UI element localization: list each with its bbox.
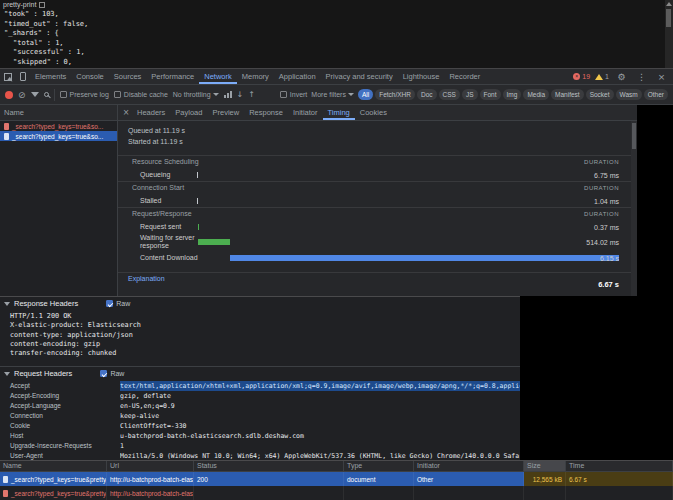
network-conditions-icon[interactable] xyxy=(224,91,232,98)
request-header-row: User-AgentMozilla/5.0 (Windows NT 10.0; … xyxy=(0,451,520,460)
explanation-link[interactable]: Explanation xyxy=(128,275,165,282)
devtools-tab-privacy-and-security[interactable]: Privacy and security xyxy=(321,69,398,84)
devtools-tab-memory[interactable]: Memory xyxy=(237,69,274,84)
throttling-value: No throttling xyxy=(173,91,211,98)
network-request-row[interactable]: _search?typed_keys=true&pretty...http://… xyxy=(0,486,673,500)
filter-pill-img[interactable]: Img xyxy=(503,89,522,100)
close-detail-icon[interactable]: × xyxy=(120,105,132,120)
detail-tab-initiator[interactable]: Initiator xyxy=(288,105,323,120)
close-devtools-icon[interactable]: × xyxy=(654,72,669,82)
page-scrollbar[interactable] xyxy=(665,0,673,68)
request-list-item[interactable]: _search?typed_keys=true&so... xyxy=(0,131,117,141)
filter-icon[interactable] xyxy=(31,92,39,97)
pretty-print-toggle[interactable]: pretty-print xyxy=(3,1,45,8)
disable-cache-checkbox[interactable] xyxy=(114,91,121,98)
devtools-tab-elements[interactable]: Elements xyxy=(30,69,71,84)
device-toolbar-icon[interactable] xyxy=(15,69,30,84)
response-raw-toggle[interactable]: Raw xyxy=(106,300,130,307)
pretty-print-checkbox[interactable] xyxy=(39,2,45,8)
detail-tab-headers[interactable]: Headers xyxy=(132,105,170,120)
export-har-icon[interactable]: ↑ xyxy=(248,90,255,99)
preserve-log-checkbox[interactable] xyxy=(60,91,67,98)
filter-pill-css[interactable]: CSS xyxy=(439,89,460,100)
raw-checkbox[interactable] xyxy=(106,300,113,307)
network-request-row[interactable]: _search?typed_keys=true&pretty...http://… xyxy=(0,472,673,486)
column-header-status[interactable]: Status xyxy=(194,461,344,471)
header-value: gzip, deflate xyxy=(120,391,520,401)
request-list: _search?typed_keys=true&so..._search?typ… xyxy=(0,121,117,141)
warning-count: 1 xyxy=(605,73,609,80)
cell-time xyxy=(566,486,673,500)
cell-initiator xyxy=(414,486,524,500)
header-name: Cookie xyxy=(0,421,120,431)
document-icon xyxy=(3,476,8,483)
column-header-url[interactable]: Url xyxy=(107,461,194,471)
record-network-log-icon[interactable] xyxy=(5,91,13,99)
timing-sections: Resource SchedulingDURATIONQueueing6.75 … xyxy=(118,155,637,264)
filter-pill-wasm[interactable]: Wasm xyxy=(616,89,642,100)
filter-pill-all[interactable]: All xyxy=(358,89,373,100)
devtools-tab-performance[interactable]: Performance xyxy=(146,69,199,84)
raw-checkbox[interactable] xyxy=(100,370,107,377)
resource-type-filters: AllFetch/XHRDocCSSJSFontImgMediaManifest… xyxy=(358,89,668,100)
detail-tab-cookies[interactable]: Cookies xyxy=(355,105,392,120)
preserve-log-toggle[interactable]: Preserve log xyxy=(60,91,109,98)
detail-tab-payload[interactable]: Payload xyxy=(170,105,207,120)
request-list-item[interactable]: _search?typed_keys=true&so... xyxy=(0,121,117,131)
invert-checkbox[interactable] xyxy=(280,91,287,98)
filter-pill-fetch-xhr[interactable]: Fetch/XHR xyxy=(375,89,415,100)
search-icon[interactable] xyxy=(44,92,49,97)
timing-tab-content: Queued at 11.19 s Started at 11.19 s Res… xyxy=(118,121,637,296)
document-icon xyxy=(4,133,9,140)
detail-tab-timing[interactable]: Timing xyxy=(323,105,355,120)
clear-network-log-icon[interactable]: ⊘ xyxy=(18,90,26,100)
disclosure-triangle-icon[interactable] xyxy=(4,372,10,376)
filter-pill-socket[interactable]: Socket xyxy=(586,89,614,100)
request-headers-section: Request Headers Raw Accepttext/html,appl… xyxy=(0,366,520,460)
console-error-badge[interactable]: × 19 xyxy=(573,73,590,80)
disable-cache-toggle[interactable]: Disable cache xyxy=(114,91,168,98)
response-headers-raw-text: HTTP/1.1 200 OKX-elastic-product: Elasti… xyxy=(0,310,520,358)
column-header-time[interactable]: Time xyxy=(566,461,673,471)
devtools-tab-console[interactable]: Console xyxy=(71,69,109,84)
filter-pill-manifest[interactable]: Manifest xyxy=(551,89,584,100)
scrollbar-thumb[interactable] xyxy=(632,123,636,149)
detail-tab-preview[interactable]: Preview xyxy=(207,105,244,120)
devtools-tab-network[interactable]: Network xyxy=(199,69,237,84)
detail-tab-response[interactable]: Response xyxy=(244,105,288,120)
throttling-dropdown[interactable]: No throttling xyxy=(173,91,219,98)
request-headers-title[interactable]: Request Headers xyxy=(14,369,72,378)
devtools-tab-application[interactable]: Application xyxy=(274,69,321,84)
devtools-tab-sources[interactable]: Sources xyxy=(109,69,147,84)
filter-pill-js[interactable]: JS xyxy=(462,89,478,100)
timing-section-label: Resource Scheduling xyxy=(132,158,199,165)
column-header-type[interactable]: Type xyxy=(344,461,414,471)
more-filters-dropdown[interactable]: More filters xyxy=(311,91,354,98)
scroll-up-arrow-icon[interactable] xyxy=(666,2,672,6)
scrollbar-thumb[interactable] xyxy=(666,9,671,27)
devtools-tab-lighthouse[interactable]: Lighthouse xyxy=(398,69,445,84)
column-header-size[interactable]: Size xyxy=(524,461,566,471)
timing-duration-value: 6.15 s xyxy=(600,254,619,261)
disclosure-triangle-icon[interactable] xyxy=(4,302,10,306)
inspect-element-icon[interactable] xyxy=(0,69,15,84)
filter-pill-doc[interactable]: Doc xyxy=(417,89,437,100)
filter-pill-other[interactable]: Other xyxy=(644,89,668,100)
settings-gear-icon[interactable]: ⚙ xyxy=(614,72,629,82)
filter-pill-font[interactable]: Font xyxy=(480,89,501,100)
column-header-name[interactable]: Name xyxy=(0,461,107,471)
devtools-tabbar-right: × 19 1 ⚙ ⋮ × xyxy=(573,69,673,84)
console-warning-badge[interactable]: 1 xyxy=(595,73,609,80)
filter-pill-media[interactable]: Media xyxy=(523,89,549,100)
chevron-down-icon xyxy=(348,93,354,96)
response-headers-section: Response Headers Raw HTTP/1.1 200 OKX-el… xyxy=(0,296,520,366)
devtools-tab-recorder[interactable]: Recorder xyxy=(444,69,485,84)
request-raw-toggle[interactable]: Raw xyxy=(100,370,124,377)
invert-filter-toggle[interactable]: Invert xyxy=(280,91,308,98)
response-headers-title[interactable]: Response Headers xyxy=(14,299,78,308)
column-header-initiator[interactable]: Initiator xyxy=(414,461,524,471)
detail-scrollbar[interactable] xyxy=(631,121,637,296)
more-options-kebab-icon[interactable]: ⋮ xyxy=(634,72,649,82)
request-header-row: CookieClientOffset=-330 xyxy=(0,421,520,431)
import-har-icon[interactable]: ↓ xyxy=(237,90,244,99)
